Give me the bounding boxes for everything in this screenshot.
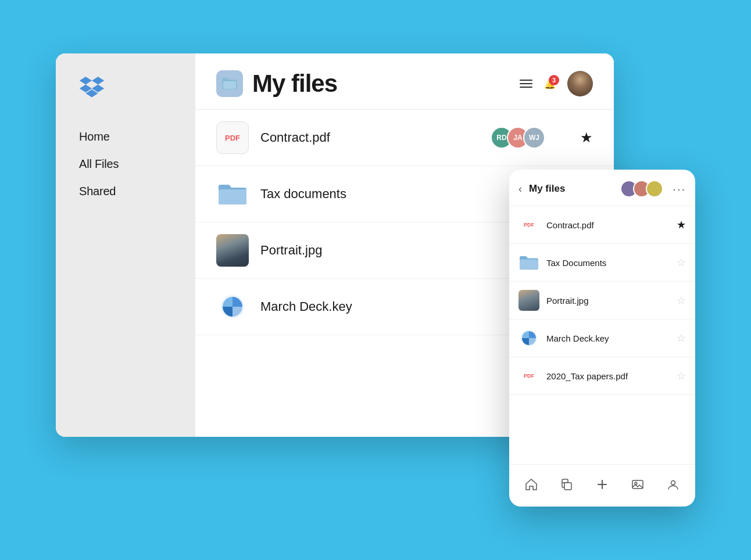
svg-rect-3 [520,260,538,270]
mobile-file-item-portrait[interactable]: Portrait.jpg ☆ [509,282,695,320]
file-name-contract: Contract.pdf [260,130,479,145]
mobile-file-item-contract[interactable]: PDF Contract.pdf ★ [509,206,695,244]
mobile-file-name-tax-papers: 2020_Tax papers.pdf [546,371,670,381]
notification-bell[interactable]: 🔔 3 [544,78,556,89]
mobile-bottom-nav [509,464,695,507]
photo-icon-portrait [216,234,249,267]
mobile-file-item-tax[interactable]: Tax Documents ☆ [509,244,695,282]
file-name-portrait: Portrait.jpg [260,243,545,258]
svg-rect-1 [219,189,246,204]
mobile-photo-icon-portrait [518,290,539,311]
mobile-pdf-icon-contract: PDF [518,214,539,235]
sidebar-nav: Home All Files Shared [56,123,195,205]
collaborator-avatar-wj: WJ [523,127,545,149]
mobile-file-item-deck[interactable]: March Deck.key ☆ [509,320,695,357]
mobile-back-button[interactable]: ‹ [518,183,522,195]
menu-icon[interactable] [520,80,532,88]
mobile-file-item-tax-papers[interactable]: PDF 2020_Tax papers.pdf ☆ [509,357,695,395]
mobile-folder-icon-tax [518,252,539,273]
user-avatar[interactable] [567,71,593,96]
mobile-star-tax-papers[interactable]: ☆ [677,369,686,382]
mobile-star-tax[interactable]: ☆ [677,256,686,269]
mobile-nav-home[interactable] [520,474,543,495]
avatar-image [567,71,593,96]
file-collaborators: RD JA WJ [491,127,545,149]
folder-header-icon [216,70,243,97]
mobile-file-list: PDF Contract.pdf ★ Tax Documents ☆ [509,206,695,464]
mobile-window: ‹ My files ··· PDF Contract.pdf ★ [509,170,695,507]
svg-point-11 [671,481,675,485]
svg-rect-6 [564,483,571,490]
page-title: My files [252,70,337,98]
file-name-tax: Tax documents [260,186,545,202]
mobile-avatar-3 [646,180,663,198]
mobile-star-portrait[interactable]: ☆ [677,294,686,307]
main-header-left: My files [216,70,520,98]
sidebar-item-home[interactable]: Home [67,123,184,150]
sidebar-item-shared[interactable]: Shared [67,178,184,205]
mobile-star-deck[interactable]: ☆ [677,332,686,344]
mobile-file-name-tax: Tax Documents [546,258,670,268]
mobile-pdf-icon-tax-papers: PDF [518,365,539,386]
mobile-nav-add[interactable] [591,474,614,495]
svg-rect-0 [223,81,236,89]
file-name-deck: March Deck.key [260,299,545,314]
main-header: My files 🔔 3 [195,53,614,110]
mobile-keynote-icon-deck [518,328,539,349]
dropbox-logo-icon [79,77,105,98]
folder-icon-tax [216,178,249,210]
sidebar: Home All Files Shared [56,53,195,437]
mobile-file-name-deck: March Deck.key [546,333,670,343]
mobile-nav-files[interactable] [555,474,578,495]
mobile-file-name-contract: Contract.pdf [546,220,670,230]
mobile-header: ‹ My files ··· [509,170,695,206]
pdf-icon: PDF [216,121,249,154]
logo-area [56,77,195,123]
keynote-icon-deck [216,290,249,323]
scene: Home All Files Shared My files [56,53,695,507]
mobile-file-name-portrait: Portrait.jpg [546,296,670,306]
sidebar-item-all-files[interactable]: All Files [67,150,184,178]
file-item-contract[interactable]: PDF Contract.pdf RD JA WJ ★ [195,110,614,166]
mobile-header-avatars [620,180,663,198]
mobile-more-button[interactable]: ··· [673,182,686,196]
mobile-page-title: My files [529,183,616,195]
mobile-nav-profile[interactable] [661,474,685,495]
star-button-contract[interactable]: ★ [580,130,593,146]
mobile-star-contract[interactable]: ★ [677,218,686,231]
mobile-nav-photos[interactable] [626,474,649,495]
main-header-right: 🔔 3 [520,71,593,96]
notification-badge: 3 [549,75,559,85]
